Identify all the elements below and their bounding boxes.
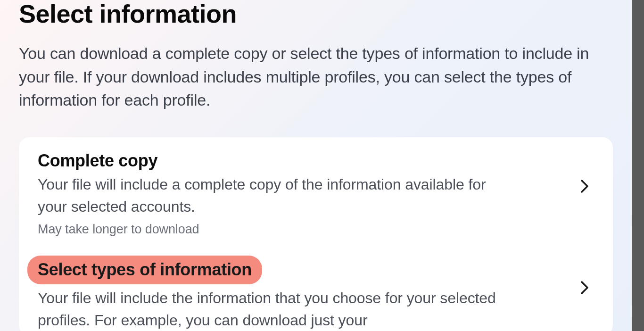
options-card: Complete copy Your file will include a c…	[19, 137, 613, 331]
option-title-highlighted: Select types of information	[27, 256, 262, 284]
option-complete-copy[interactable]: Complete copy Your file will include a c…	[38, 150, 594, 256]
option-select-types[interactable]: Select types of information Your file wi…	[38, 256, 594, 331]
page-description: You can download a complete copy or sele…	[19, 42, 613, 112]
option-subtitle: Your file will include the information t…	[38, 287, 519, 331]
option-note: May take longer to download	[38, 222, 566, 237]
chevron-right-icon	[575, 177, 594, 196]
chevron-right-icon	[575, 278, 594, 297]
page-title: Select information	[19, 0, 613, 28]
scrollbar[interactable]	[632, 0, 644, 331]
option-title: Complete copy	[38, 150, 566, 171]
option-subtitle: Your file will include a complete copy o…	[38, 174, 519, 217]
